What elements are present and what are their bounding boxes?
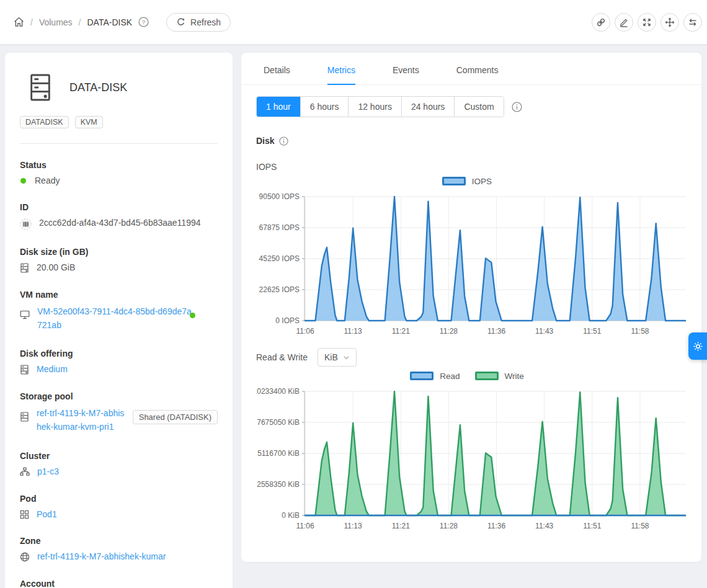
zone-label: Zone bbox=[20, 536, 218, 546]
tab-bar: Details Metrics Events Comments bbox=[241, 53, 701, 85]
svg-text:11:51: 11:51 bbox=[583, 327, 601, 336]
chevron-down-icon bbox=[343, 354, 350, 361]
move-arrows-icon bbox=[665, 17, 675, 27]
rw-chart: 10233400 KiB7675050 KiB5116700 KiB255835… bbox=[256, 384, 687, 534]
pod-link[interactable]: Pod1 bbox=[37, 509, 57, 519]
tab-details[interactable]: Details bbox=[264, 53, 290, 84]
range-6-hours-button[interactable]: 6 hours bbox=[300, 97, 349, 117]
rw-legend: ReadWrite bbox=[256, 369, 687, 383]
unit-select-value: KiB bbox=[324, 352, 338, 362]
storage-pool-label: Storage pool bbox=[20, 391, 218, 401]
time-range-row: 1 hour 6 hours 12 hours 24 hours Custom bbox=[256, 96, 687, 117]
svg-text:11:28: 11:28 bbox=[440, 522, 458, 530]
status-label: Status bbox=[20, 160, 218, 170]
vm-name-label: VM name bbox=[20, 290, 218, 300]
svg-text:22625 IOPS: 22625 IOPS bbox=[259, 285, 300, 294]
storage-pool-link[interactable]: ref-trl-4119-k-M7-abhishek-kumar-kvm-pri… bbox=[37, 407, 125, 434]
cluster-label: Cluster bbox=[20, 451, 218, 461]
svg-text:?: ? bbox=[142, 19, 145, 25]
tab-comments[interactable]: Comments bbox=[456, 53, 499, 84]
pod-label: Pod bbox=[20, 494, 218, 504]
field-status: Status Ready bbox=[20, 160, 218, 185]
cluster-icon bbox=[20, 467, 30, 477]
legend-label[interactable]: IOPS bbox=[472, 177, 492, 186]
storage-scope-badge: Shared (DATADISK) bbox=[133, 410, 218, 424]
disk-section-title: Disk bbox=[256, 136, 687, 146]
rw-chart-title: Read & Write bbox=[256, 352, 308, 362]
tab-events[interactable]: Events bbox=[393, 53, 419, 84]
volume-info-card: DATA-DISK DATADISK KVM Status Ready ID bbox=[5, 53, 233, 588]
svg-text:45250 IOPS: 45250 IOPS bbox=[259, 254, 300, 263]
field-pod: Pod Pod1 bbox=[20, 494, 218, 519]
field-storage-pool: Storage pool ref-trl-4119-k-M7-abhishek-… bbox=[20, 391, 218, 434]
tag-row: DATADISK KVM bbox=[20, 116, 218, 128]
svg-text:11:13: 11:13 bbox=[344, 327, 362, 336]
attach-volume-button[interactable] bbox=[592, 13, 610, 32]
svg-text:11:21: 11:21 bbox=[392, 522, 410, 530]
disk-offering-link[interactable]: Medium bbox=[37, 364, 68, 374]
vm-status-dot bbox=[190, 313, 195, 318]
info-circle-icon[interactable] bbox=[279, 136, 288, 146]
field-disk-offering: Disk offering Medium bbox=[20, 349, 218, 375]
svg-text:11:06: 11:06 bbox=[296, 327, 314, 336]
disk-icon bbox=[20, 365, 29, 375]
zone-link[interactable]: ref-trl-4119-k-M7-abhishek-kumar bbox=[37, 551, 166, 561]
legend-swatch[interactable] bbox=[442, 177, 466, 185]
migrate-storage-button[interactable] bbox=[683, 13, 702, 32]
iops-chart: 90500 IOPS67875 IOPS45250 IOPS22625 IOPS… bbox=[256, 189, 687, 339]
field-cluster: Cluster p1-c3 bbox=[20, 451, 218, 477]
grid-icon bbox=[20, 510, 29, 519]
field-zone: Zone ref-trl-4119-k-M7-abhishek-kumar bbox=[20, 536, 218, 562]
hypervisor-tag: KVM bbox=[75, 116, 103, 128]
swap-arrows-icon bbox=[688, 17, 698, 27]
vm-icon bbox=[20, 310, 30, 319]
info-circle-icon[interactable] bbox=[512, 102, 522, 112]
home-icon[interactable] bbox=[14, 17, 24, 27]
top-header: / Volumes / DATA-DISK ? Refresh bbox=[0, 0, 707, 44]
iops-legend: IOPS bbox=[256, 174, 687, 188]
volume-actions bbox=[592, 13, 702, 32]
status-value: Ready bbox=[35, 176, 60, 185]
range-1-hour-button[interactable]: 1 hour bbox=[257, 97, 300, 117]
volume-title: DATA-DISK bbox=[69, 81, 127, 94]
resize-volume-button[interactable] bbox=[638, 13, 656, 32]
iops-chart-title: IOPS bbox=[256, 162, 687, 172]
volume-type-tag: DATADISK bbox=[20, 116, 69, 128]
edit-volume-button[interactable] bbox=[615, 13, 633, 32]
tab-metrics[interactable]: Metrics bbox=[327, 53, 355, 84]
range-24-hours-button[interactable]: 24 hours bbox=[401, 97, 454, 117]
legend-swatch[interactable] bbox=[475, 372, 499, 380]
help-icon[interactable]: ? bbox=[138, 17, 149, 27]
svg-text:11:58: 11:58 bbox=[631, 327, 649, 336]
range-custom-button[interactable]: Custom bbox=[454, 97, 503, 117]
unit-select[interactable]: KiB bbox=[318, 348, 357, 367]
refresh-button[interactable]: Refresh bbox=[166, 13, 231, 32]
expand-arrows-icon bbox=[642, 17, 652, 27]
settings-fab-button[interactable] bbox=[688, 332, 707, 360]
barcode-icon bbox=[20, 218, 32, 230]
time-range-selector: 1 hour 6 hours 12 hours 24 hours Custom bbox=[256, 96, 504, 117]
svg-text:2558350 KiB: 2558350 KiB bbox=[257, 480, 300, 489]
legend-swatch[interactable] bbox=[410, 372, 434, 380]
disk-size-value: 20.00 GiB bbox=[37, 262, 75, 272]
volume-icon bbox=[27, 73, 53, 102]
field-disk-size: Disk size (in GB) 20.00 GiB bbox=[20, 247, 218, 273]
svg-text:11:28: 11:28 bbox=[440, 327, 458, 336]
field-vm-name: VM name VM-52e00f43-7911-4dc4-85bd-d69de… bbox=[20, 290, 218, 332]
cluster-link[interactable]: p1-c3 bbox=[37, 466, 59, 476]
migrate-volume-button[interactable] bbox=[660, 13, 679, 32]
svg-text:90500 IOPS: 90500 IOPS bbox=[259, 192, 300, 201]
range-12-hours-button[interactable]: 12 hours bbox=[348, 97, 401, 117]
vm-name-link[interactable]: VM-52e00f43-7911-4dc4-85bd-d69de7a721ab bbox=[37, 305, 193, 332]
svg-text:0 IOPS: 0 IOPS bbox=[275, 316, 300, 325]
gear-icon bbox=[693, 341, 703, 352]
disk-section-label: Disk bbox=[256, 136, 275, 146]
legend-label[interactable]: Write bbox=[505, 372, 524, 381]
id-label: ID bbox=[20, 202, 218, 212]
globe-icon bbox=[20, 552, 30, 562]
legend-label[interactable]: Read bbox=[440, 372, 460, 381]
breadcrumb-volumes-link[interactable]: Volumes bbox=[39, 17, 73, 27]
volume-detail-card: Details Metrics Events Comments 1 hour 6… bbox=[241, 53, 701, 562]
field-account: Account admin bbox=[20, 579, 218, 588]
svg-text:11:13: 11:13 bbox=[344, 522, 362, 530]
